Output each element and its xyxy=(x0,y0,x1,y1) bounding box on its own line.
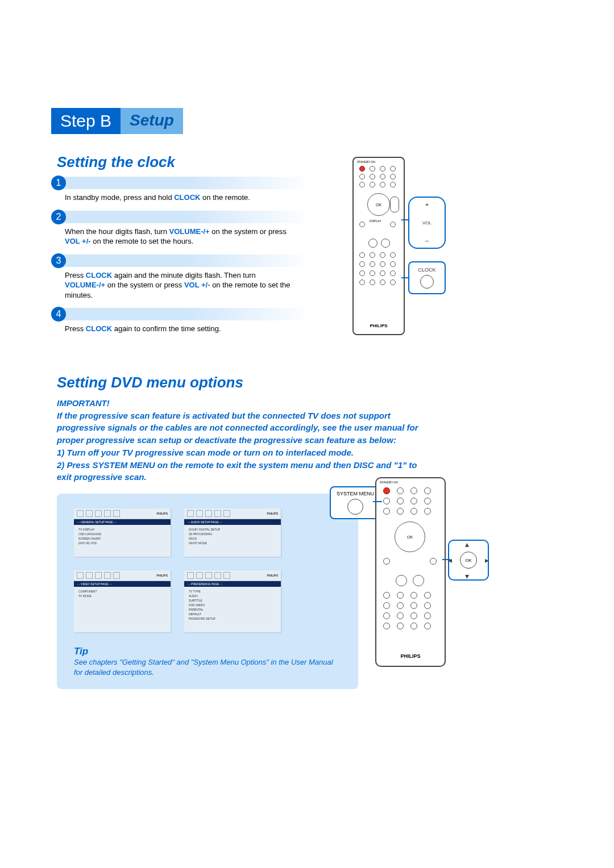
clock-button-icon xyxy=(390,261,396,267)
standby-label: STANDBY-ON xyxy=(380,481,398,484)
step-bar xyxy=(59,254,313,267)
section-title-dvd: Setting DVD menu options xyxy=(57,374,563,391)
callout-line xyxy=(401,277,409,278)
menu-body: TV DISPLAY OSD LANGUAGE SCREEN SAVER DIV… xyxy=(74,525,171,557)
menu-body: COMPONENT TV MODE xyxy=(74,587,171,610)
power-button-icon xyxy=(359,166,365,172)
callout-line xyxy=(401,219,409,220)
menu-title: - - PREFERENCE PAGE - - xyxy=(184,581,281,587)
menu-title: - - GENERAL SETUP PAGE - - xyxy=(74,519,171,525)
callout-clock: CLOCK xyxy=(408,261,446,294)
callout-line xyxy=(442,559,450,560)
vol-rocker xyxy=(390,197,399,212)
section-title-clock: Setting the clock xyxy=(57,153,563,171)
menu-card-general: PHILIPS - - GENERAL SETUP PAGE - - TV DI… xyxy=(74,508,171,557)
step-1: 1 In standby mode, press and hold CLOCK … xyxy=(51,177,313,203)
tip-heading: Tip xyxy=(74,646,341,657)
remote-illustration-1: STANDBY-ON OK DISPLAY xyxy=(352,157,405,335)
menu-body: TV TYPE AUDIO SUBTITLE DISC MENU PARENTA… xyxy=(184,587,281,632)
vol-plus: + xyxy=(425,201,429,208)
play-button-icon xyxy=(368,239,377,248)
clock-button-circle xyxy=(420,275,434,289)
step-text: Press CLOCK again and the minute digits … xyxy=(65,270,298,301)
stop-button-icon xyxy=(381,239,390,248)
clock-label: CLOCK xyxy=(418,267,435,273)
banner-setup-label: Setup xyxy=(121,108,183,134)
menu-card-video: PHILIPS - - VIDEO SETUP PAGE - - COMPONE… xyxy=(74,570,171,632)
ok-ring: OK xyxy=(395,521,425,552)
important-block: IMPORTANT! If the progressive scan featu… xyxy=(57,397,421,483)
step-text: In standby mode, press and hold CLOCK on… xyxy=(65,193,298,203)
system-menu-button xyxy=(383,508,390,515)
banner-step-label: Step B xyxy=(51,108,121,134)
brand-label: PHILIPS xyxy=(376,653,445,659)
important-heading: IMPORTANT! xyxy=(57,397,421,410)
system-menu-label: SYSTEM MENU xyxy=(333,491,377,496)
step-number-badge: 2 xyxy=(51,210,66,224)
menu-title: - - VIDEO SETUP PAGE - - xyxy=(74,581,171,587)
menu-title: - - AUDIO SETUP PAGE - - xyxy=(184,519,281,525)
step-bar xyxy=(59,177,313,189)
tip-body: See chapters "Getting Started" and "Syst… xyxy=(74,657,341,678)
stop-button-icon xyxy=(413,575,424,586)
arrow-left-icon: ◂ xyxy=(448,556,452,565)
step-banner: Step B Setup xyxy=(51,108,183,134)
important-body: If the progressive scan feature is activ… xyxy=(57,410,421,484)
power-button-icon xyxy=(383,487,390,494)
step-bar xyxy=(59,211,313,223)
callout-volume: + VOL − xyxy=(408,197,446,249)
tip-block: Tip See chapters "Getting Started" and "… xyxy=(74,646,341,678)
arrow-up-icon: ▴ xyxy=(465,540,469,549)
standby-label: STANDBY-ON xyxy=(357,160,375,164)
ok-center: OK xyxy=(460,552,477,569)
step-4: 4 Press CLOCK again to confirm the time … xyxy=(51,308,313,334)
callout-line xyxy=(373,501,382,502)
system-menu-button-circle xyxy=(347,499,363,515)
arrow-down-icon: ▾ xyxy=(465,571,469,581)
dvd-menu-panel: PHILIPS - - GENERAL SETUP PAGE - - TV DI… xyxy=(57,494,358,689)
step-text: When the hour digits flash, turn VOLUME-… xyxy=(65,227,298,247)
menu-card-preference: PHILIPS - - PREFERENCE PAGE - - TV TYPE … xyxy=(184,570,281,632)
ok-ring: OK xyxy=(367,193,390,216)
step-number-badge: 1 xyxy=(51,176,66,190)
arrow-right-icon: ▸ xyxy=(485,556,489,565)
step-2: 2 When the hour digits flash, turn VOLUM… xyxy=(51,211,313,247)
step-number-badge: 3 xyxy=(51,253,66,268)
step-3: 3 Press CLOCK again and the minute digit… xyxy=(51,254,313,301)
callout-system-menu: SYSTEM MENU xyxy=(330,486,381,519)
menu-card-audio: PHILIPS - - AUDIO SETUP PAGE - - DOLBY D… xyxy=(184,508,281,557)
brand-label: PHILIPS xyxy=(354,323,404,328)
remote-illustration-2-group: SYSTEM MENU ▴ ◂ ▸ ▾ OK STANDBY-ON OK xyxy=(330,477,446,667)
step-bar xyxy=(59,308,313,320)
vol-label: VOL xyxy=(422,220,432,226)
vol-minus: − xyxy=(425,237,429,244)
callout-ok-dpad: ▴ ◂ ▸ ▾ OK xyxy=(448,540,489,581)
remote-illustration-2: STANDBY-ON OK xyxy=(375,477,446,667)
step-text: Press CLOCK again to confirm the time se… xyxy=(65,324,298,334)
play-button-icon xyxy=(396,575,407,586)
menu-body: DOLBY DIGITAL SETUP 3D PROCESSING HDCD N… xyxy=(184,525,281,557)
